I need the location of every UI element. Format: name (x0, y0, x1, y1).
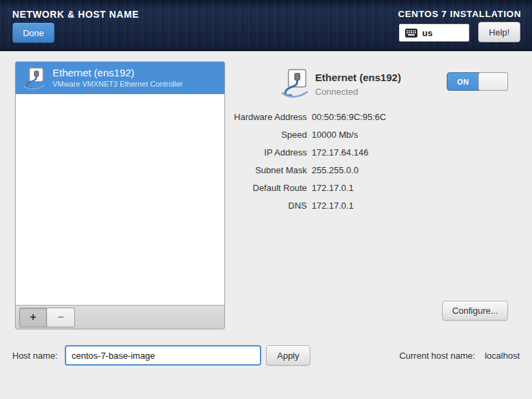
configure-button[interactable]: Configure... (442, 301, 508, 321)
hostname-input[interactable] (65, 345, 261, 366)
field-value: 10000 Mb/s (312, 130, 358, 140)
product-title: CENTOS 7 INSTALLATION (398, 9, 521, 19)
device-connection-status: Connected (315, 87, 401, 97)
current-hostname-label: Current host name: (399, 351, 475, 361)
connection-details: Hardware Address 00:50:56:9C:95:6C Speed… (171, 110, 396, 216)
field-value: 172.17.0.1 (312, 183, 353, 193)
device-on-off-toggle[interactable]: ON (447, 72, 508, 91)
field-label: Hardware Address (171, 112, 307, 122)
ethernet-icon-large (281, 68, 308, 98)
done-button[interactable]: Done (12, 23, 55, 43)
device-detail-name: Ethernet (ens192) (315, 72, 401, 84)
device-list-item-ens192[interactable]: Ethernet (ens192) VMware VMXNET3 Etherne… (16, 62, 224, 94)
device-description: VMware VMXNET3 Ethernet Controller (53, 80, 183, 89)
field-dns: DNS 172.17.0.1 (171, 198, 396, 212)
field-label: Subnet Mask (171, 165, 307, 175)
field-label: IP Address (171, 147, 307, 158)
field-value: 172.17.0.1 (312, 201, 353, 211)
page-title: NETWORK & HOST NAME (12, 9, 139, 20)
hostname-label: Host name: (12, 351, 57, 361)
field-value: 172.17.64.146 (312, 147, 368, 158)
remove-device-button[interactable]: − (47, 308, 75, 327)
keyboard-icon (405, 29, 417, 38)
device-list-toolbar: + − (16, 305, 224, 329)
apply-button[interactable]: Apply (266, 345, 310, 366)
keyboard-layout-label: us (422, 28, 432, 38)
toggle-on-label: ON (447, 73, 479, 90)
current-hostname: Current host name: localhost (399, 351, 520, 361)
field-subnet-mask: Subnet Mask 255.255.0.0 (171, 163, 396, 177)
installer-header: NETWORK & HOST NAME Done CENTOS 7 INSTAL… (0, 0, 532, 51)
field-label: Speed (171, 130, 307, 140)
field-default-route: Default Route 172.17.0.1 (171, 181, 396, 194)
network-hostname-screen: NETWORK & HOST NAME Done CENTOS 7 INSTAL… (0, 0, 532, 399)
help-button[interactable]: Help! (478, 22, 520, 42)
field-value: 255.255.0.0 (312, 165, 359, 175)
toggle-handle[interactable] (478, 72, 508, 91)
add-device-button[interactable]: + (19, 308, 47, 327)
ethernet-icon (23, 67, 46, 90)
device-detail-header: Ethernet (ens192) Connected (281, 68, 401, 98)
field-ip-address: IP Address 172.17.64.146 (171, 145, 396, 159)
field-label: DNS (171, 201, 307, 211)
field-value: 00:50:56:9C:95:6C (312, 112, 386, 122)
device-name: Ethernet (ens192) (53, 67, 183, 80)
field-hardware-address: Hardware Address 00:50:56:9C:95:6C (171, 110, 396, 123)
field-label: Default Route (171, 183, 307, 193)
keyboard-layout-indicator[interactable]: us (399, 24, 469, 42)
field-speed: Speed 10000 Mb/s (171, 128, 396, 141)
current-hostname-value: localhost (485, 351, 520, 361)
